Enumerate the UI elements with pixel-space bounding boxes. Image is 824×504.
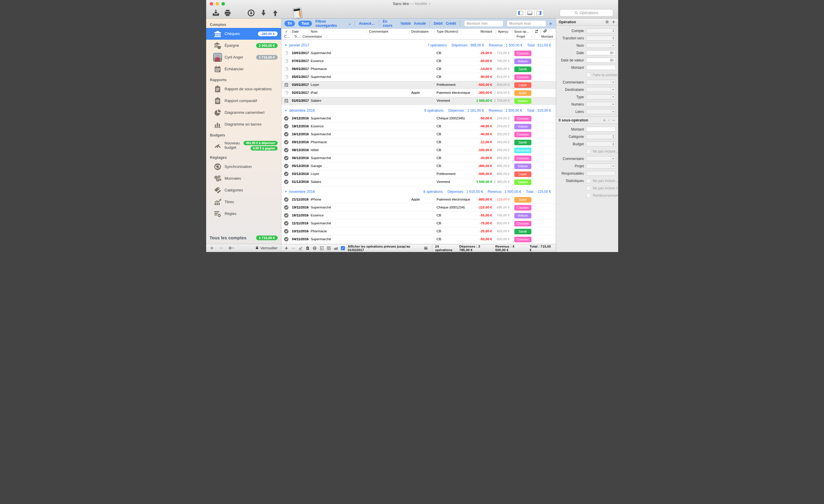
op-category-tag[interactable]: Courses: [514, 116, 531, 121]
operation-row[interactable]: 21/11/2016 iPhone Apple Paiement électro…: [282, 196, 556, 204]
ne-pas-inclure-checkbox[interactable]: [586, 179, 591, 183]
op-category-tag[interactable]: Courses: [514, 51, 531, 56]
liens-combo[interactable]: [586, 109, 616, 114]
remove-account-button[interactable]: [219, 246, 223, 250]
op-category-tag[interactable]: Courses: [514, 221, 531, 226]
operation-row[interactable]: 06/01/2017 Pharmacie CB -14,00 € 800,00 …: [282, 65, 556, 73]
column-montant-2[interactable]: Montant: [533, 35, 553, 38]
disclosure-triangle-icon[interactable]: ▼: [285, 190, 287, 193]
group-header[interactable]: ▼ décembre 2016 9 opérations Dépenses : …: [282, 106, 556, 115]
operation-row[interactable]: 01/12/2016 Salaire Virement 1 500,00 € 1…: [282, 178, 556, 186]
operation-row[interactable]: 08/12/2016 Hôtel CB -100,00 € 355,00 € V…: [282, 146, 556, 155]
sidebar-item-diagramme-en-barres[interactable]: Diagramme en barres: [206, 118, 281, 130]
toggle-right-sidebar-button[interactable]: [535, 9, 543, 16]
faire-la-somme-checkbox[interactable]: [586, 73, 591, 77]
date-de-valeur-date-picker[interactable]: ▾: [586, 58, 616, 63]
montant-input[interactable]: [586, 65, 616, 70]
sidebar-item-regles[interactable]: Règles: [206, 208, 281, 220]
group-header[interactable]: ▼ janvier 2017 7 opérations Dépenses : 9…: [282, 41, 556, 49]
montant-input[interactable]: [586, 127, 616, 132]
commentaire-combo[interactable]: [586, 156, 616, 161]
op-category-tag[interactable]: Santé: [514, 140, 531, 145]
column-tr[interactable]: Tr…: [294, 35, 301, 38]
disclosure-triangle-icon[interactable]: ▼: [285, 44, 287, 47]
filter-cancelled-button[interactable]: Annulé: [414, 21, 426, 25]
column-sous-op[interactable]: Sous-op…: [514, 30, 530, 33]
column-c[interactable]: C…: [284, 35, 290, 38]
line-chart-icon[interactable]: [299, 246, 303, 250]
amount-min-input[interactable]: [464, 20, 503, 27]
group-header[interactable]: ▼ novembre 2016 8 opérations Dépenses : …: [282, 187, 556, 196]
sidebar-item-synchronisation[interactable]: Synchronisation: [206, 161, 281, 173]
operation-row[interactable]: 09/12/2016 Pharmacie CB -12,00 € 343,00 …: [282, 138, 556, 146]
op-category-tag[interactable]: Voiture: [514, 213, 531, 218]
column-commentaire[interactable]: Commentaire: [369, 30, 389, 33]
compte-select[interactable]: [586, 28, 616, 33]
operation-row[interactable]: 16/12/2016 Supermarché CB -40,00 € 303,0…: [282, 130, 556, 138]
op-category-tag[interactable]: Voiture: [514, 164, 531, 169]
filter-debit-button[interactable]: Débit: [434, 21, 442, 25]
toggle-bottom-panel-button[interactable]: [525, 9, 535, 16]
calendar-table-button[interactable]: [424, 246, 429, 250]
operation-row[interactable]: 11/11/2016 Supermarché CB -75,00 € 850,0…: [282, 220, 556, 228]
saved-filters-menu[interactable]: Filtres sauvegardés: [315, 19, 351, 28]
responsables-input[interactable]: [586, 171, 616, 176]
ne-pas-inclure-l-checkbox[interactable]: [586, 186, 591, 191]
import-button[interactable]: [212, 9, 220, 17]
sidebar-item-titres[interactable]: Titres: [206, 196, 281, 208]
column-apercu[interactable]: Aperçu: [498, 30, 508, 33]
sidebar-item-categories[interactable]: Catégories: [206, 184, 281, 196]
all-accounts-row[interactable]: Tous les comptes 1 715,00 €: [206, 233, 281, 244]
sidebar-item-echeancier[interactable]: Échéancier: [206, 63, 281, 75]
operation-row[interactable]: 04/11/2016 Supermarché CB -50,00 € 950,0…: [282, 235, 556, 243]
clipboard-icon[interactable]: [306, 246, 310, 250]
sidebar-actions-button[interactable]: ▾: [228, 246, 234, 250]
transfer-arrows-icon[interactable]: [534, 29, 539, 34]
add-sub-operation-button[interactable]: [603, 118, 606, 122]
move-down-button[interactable]: [260, 9, 267, 17]
op-category-tag[interactable]: Autre: [514, 90, 531, 96]
bar-chart-icon[interactable]: [334, 246, 338, 250]
projet-combo[interactable]: [586, 164, 616, 169]
op-category-tag[interactable]: Autre: [514, 197, 531, 203]
operation-row[interactable]: 10/01/2017 Supermarché CB -25,00 € 715,0…: [282, 49, 556, 57]
filter-all-button[interactable]: Tout: [298, 21, 312, 26]
column-commentaire-2[interactable]: Commentaire: [303, 35, 322, 38]
column-projet[interactable]: Projet: [517, 35, 525, 38]
categorie-select[interactable]: [586, 134, 616, 139]
op-category-tag[interactable]: Loyer: [514, 172, 531, 177]
op-category-tag[interactable]: Courses: [514, 156, 531, 161]
column-check[interactable]: ✓: [285, 30, 288, 33]
type-combo[interactable]: [586, 94, 616, 99]
operation-row[interactable]: 03/11/2016 Loyer Prélèvement -500,00 € 1…: [282, 243, 556, 244]
operation-row[interactable]: 16/11/2016 Essence CB -55,00 € 795,00 € …: [282, 212, 556, 220]
sidebar-item-cheques[interactable]: Chèques -285,00 €: [206, 28, 281, 40]
op-category-tag[interactable]: Loyer: [514, 82, 531, 88]
op-category-tag[interactable]: Santé: [514, 67, 531, 72]
add-operation-button[interactable]: [284, 246, 289, 250]
ledger-columns-icon[interactable]: [327, 246, 331, 250]
op-category-tag[interactable]: Vacances: [514, 147, 531, 153]
show-planned-checkbox[interactable]: ✓: [341, 246, 345, 250]
more-filters-button[interactable]: »: [549, 21, 553, 26]
remboursement-checkbox[interactable]: [586, 193, 591, 198]
move-up-button[interactable]: [272, 9, 279, 17]
globe-icon[interactable]: [313, 246, 317, 250]
destinataire-combo[interactable]: [586, 87, 616, 92]
operation-row[interactable]: 03/12/2016 Loyer Prélèvement -500,00 € 8…: [282, 170, 556, 178]
download-operations-button[interactable]: [247, 9, 255, 17]
op-category-tag[interactable]: Courses: [514, 132, 531, 137]
column-montant[interactable]: Montant: [457, 30, 492, 33]
sidebar-item-monnaies[interactable]: €¥$£ Monnaies: [206, 173, 281, 184]
filter-valid-button[interactable]: Validé: [401, 21, 411, 25]
modified-label[interactable]: Modifié: [415, 1, 427, 6]
filter-pending-button[interactable]: En cours: [383, 19, 397, 28]
remove-sub-operation-button[interactable]: [612, 118, 616, 122]
operation-row[interactable]: 18/12/2016 Essence CB -49,00 € 254,00 € …: [282, 123, 556, 130]
op-category-tag[interactable]: Voiture: [514, 124, 531, 129]
operation-row[interactable]: 24/12/2016 Supermarché Chèque (0002345) …: [282, 115, 556, 123]
nom-combo[interactable]: [586, 43, 616, 48]
commentaire-combo[interactable]: [586, 80, 616, 85]
column-type[interactable]: Type (Numéro): [437, 30, 458, 33]
op-category-tag[interactable]: Voiture: [514, 59, 531, 64]
